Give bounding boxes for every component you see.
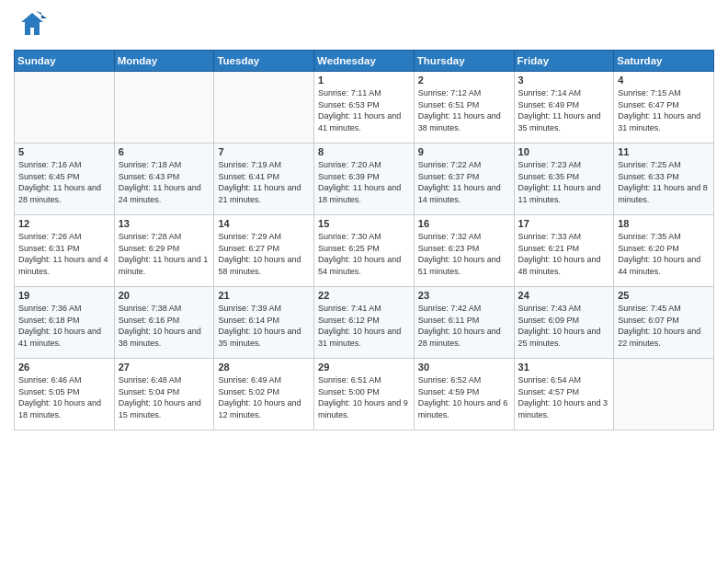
day-number: 28 xyxy=(218,362,310,373)
calendar-cell: 29Sunrise: 6:51 AM Sunset: 5:00 PM Dayli… xyxy=(314,359,415,431)
day-number: 15 xyxy=(318,218,410,229)
day-number: 20 xyxy=(119,290,210,301)
calendar-cell: 28Sunrise: 6:49 AM Sunset: 5:02 PM Dayli… xyxy=(214,359,314,431)
day-number: 24 xyxy=(518,290,610,301)
day-info: Sunrise: 7:43 AM Sunset: 6:09 PM Dayligh… xyxy=(518,303,610,349)
calendar-cell: 20Sunrise: 7:38 AM Sunset: 6:16 PM Dayli… xyxy=(114,287,214,359)
calendar-week-row: 5Sunrise: 7:16 AM Sunset: 6:45 PM Daylig… xyxy=(15,144,714,215)
calendar-cell: 4Sunrise: 7:15 AM Sunset: 6:47 PM Daylig… xyxy=(614,72,714,144)
day-info: Sunrise: 7:26 AM Sunset: 6:31 PM Dayligh… xyxy=(18,231,110,277)
day-info: Sunrise: 7:11 AM Sunset: 6:53 PM Dayligh… xyxy=(318,87,410,133)
day-info: Sunrise: 7:29 AM Sunset: 6:27 PM Dayligh… xyxy=(218,231,310,277)
svg-marker-0 xyxy=(21,13,43,35)
day-info: Sunrise: 7:25 AM Sunset: 6:33 PM Dayligh… xyxy=(618,159,710,205)
day-number: 31 xyxy=(518,362,610,373)
day-of-week-header: Friday xyxy=(514,51,614,72)
day-info: Sunrise: 7:41 AM Sunset: 6:12 PM Dayligh… xyxy=(318,303,410,349)
day-number: 25 xyxy=(618,290,710,301)
day-number: 6 xyxy=(119,146,210,157)
calendar-cell: 7Sunrise: 7:19 AM Sunset: 6:41 PM Daylig… xyxy=(214,144,314,215)
day-of-week-header: Monday xyxy=(114,51,214,72)
day-info: Sunrise: 7:20 AM Sunset: 6:39 PM Dayligh… xyxy=(318,159,410,205)
day-number: 8 xyxy=(318,146,410,157)
day-info: Sunrise: 7:12 AM Sunset: 6:51 PM Dayligh… xyxy=(418,87,510,133)
calendar-cell: 12Sunrise: 7:26 AM Sunset: 6:31 PM Dayli… xyxy=(15,215,115,287)
day-info: Sunrise: 7:30 AM Sunset: 6:25 PM Dayligh… xyxy=(318,231,410,277)
calendar-cell: 11Sunrise: 7:25 AM Sunset: 6:33 PM Dayli… xyxy=(614,144,714,215)
calendar-cell: 9Sunrise: 7:22 AM Sunset: 6:37 PM Daylig… xyxy=(414,144,514,215)
calendar-cell: 26Sunrise: 6:46 AM Sunset: 5:05 PM Dayli… xyxy=(15,359,115,431)
day-number: 18 xyxy=(618,218,710,229)
day-of-week-header: Sunday xyxy=(15,51,115,72)
svg-marker-1 xyxy=(36,11,47,18)
day-info: Sunrise: 7:36 AM Sunset: 6:18 PM Dayligh… xyxy=(18,303,110,349)
logo xyxy=(14,9,51,42)
calendar-cell: 2Sunrise: 7:12 AM Sunset: 6:51 PM Daylig… xyxy=(414,72,514,144)
calendar-cell: 3Sunrise: 7:14 AM Sunset: 6:49 PM Daylig… xyxy=(514,72,614,144)
day-info: Sunrise: 7:28 AM Sunset: 6:29 PM Dayligh… xyxy=(119,231,210,277)
day-info: Sunrise: 7:42 AM Sunset: 6:11 PM Dayligh… xyxy=(418,303,510,349)
day-info: Sunrise: 6:52 AM Sunset: 4:59 PM Dayligh… xyxy=(418,374,510,420)
day-info: Sunrise: 6:49 AM Sunset: 5:02 PM Dayligh… xyxy=(218,374,310,420)
day-number: 22 xyxy=(318,290,410,301)
day-info: Sunrise: 6:51 AM Sunset: 5:00 PM Dayligh… xyxy=(318,374,410,420)
calendar-cell: 23Sunrise: 7:42 AM Sunset: 6:11 PM Dayli… xyxy=(414,287,514,359)
day-number: 7 xyxy=(218,146,310,157)
page: SundayMondayTuesdayWednesdayThursdayFrid… xyxy=(0,0,728,563)
day-info: Sunrise: 7:33 AM Sunset: 6:21 PM Dayligh… xyxy=(518,231,610,277)
day-of-week-header: Tuesday xyxy=(214,51,314,72)
calendar-cell: 1Sunrise: 7:11 AM Sunset: 6:53 PM Daylig… xyxy=(314,72,415,144)
day-info: Sunrise: 6:48 AM Sunset: 5:04 PM Dayligh… xyxy=(119,374,210,420)
day-number: 23 xyxy=(418,290,510,301)
day-number: 2 xyxy=(418,75,510,86)
calendar-cell xyxy=(114,72,214,144)
day-info: Sunrise: 7:23 AM Sunset: 6:35 PM Dayligh… xyxy=(518,159,610,205)
calendar-cell: 5Sunrise: 7:16 AM Sunset: 6:45 PM Daylig… xyxy=(15,144,115,215)
day-info: Sunrise: 7:35 AM Sunset: 6:20 PM Dayligh… xyxy=(618,231,710,277)
calendar-cell: 21Sunrise: 7:39 AM Sunset: 6:14 PM Dayli… xyxy=(214,287,314,359)
calendar-cell: 31Sunrise: 6:54 AM Sunset: 4:57 PM Dayli… xyxy=(514,359,614,431)
calendar-header-row: SundayMondayTuesdayWednesdayThursdayFrid… xyxy=(15,51,714,72)
logo-icon xyxy=(14,9,47,42)
calendar-cell: 10Sunrise: 7:23 AM Sunset: 6:35 PM Dayli… xyxy=(514,144,614,215)
calendar-week-row: 19Sunrise: 7:36 AM Sunset: 6:18 PM Dayli… xyxy=(15,287,714,359)
day-number: 11 xyxy=(618,146,710,157)
day-of-week-header: Wednesday xyxy=(314,51,415,72)
day-info: Sunrise: 7:45 AM Sunset: 6:07 PM Dayligh… xyxy=(618,303,710,349)
day-number: 9 xyxy=(418,146,510,157)
day-info: Sunrise: 6:54 AM Sunset: 4:57 PM Dayligh… xyxy=(518,374,610,420)
day-number: 5 xyxy=(18,146,110,157)
day-info: Sunrise: 7:22 AM Sunset: 6:37 PM Dayligh… xyxy=(418,159,510,205)
day-info: Sunrise: 7:18 AM Sunset: 6:43 PM Dayligh… xyxy=(119,159,210,205)
day-number: 3 xyxy=(518,75,610,86)
day-info: Sunrise: 7:39 AM Sunset: 6:14 PM Dayligh… xyxy=(218,303,310,349)
day-number: 14 xyxy=(218,218,310,229)
calendar-cell: 18Sunrise: 7:35 AM Sunset: 6:20 PM Dayli… xyxy=(614,215,714,287)
calendar-cell xyxy=(15,72,115,144)
calendar-cell: 16Sunrise: 7:32 AM Sunset: 6:23 PM Dayli… xyxy=(414,215,514,287)
calendar-cell: 15Sunrise: 7:30 AM Sunset: 6:25 PM Dayli… xyxy=(314,215,415,287)
day-number: 1 xyxy=(318,75,410,86)
day-info: Sunrise: 7:16 AM Sunset: 6:45 PM Dayligh… xyxy=(18,159,110,205)
calendar-cell xyxy=(214,72,314,144)
day-number: 19 xyxy=(18,290,110,301)
day-info: Sunrise: 7:38 AM Sunset: 6:16 PM Dayligh… xyxy=(119,303,210,349)
day-number: 12 xyxy=(18,218,110,229)
calendar-cell: 13Sunrise: 7:28 AM Sunset: 6:29 PM Dayli… xyxy=(114,215,214,287)
calendar-cell xyxy=(614,359,714,431)
day-number: 30 xyxy=(418,362,510,373)
day-number: 26 xyxy=(18,362,110,373)
calendar-week-row: 1Sunrise: 7:11 AM Sunset: 6:53 PM Daylig… xyxy=(15,72,714,144)
calendar-cell: 8Sunrise: 7:20 AM Sunset: 6:39 PM Daylig… xyxy=(314,144,415,215)
calendar: SundayMondayTuesdayWednesdayThursdayFrid… xyxy=(14,50,714,431)
calendar-cell: 6Sunrise: 7:18 AM Sunset: 6:43 PM Daylig… xyxy=(114,144,214,215)
header xyxy=(14,9,714,42)
day-info: Sunrise: 7:14 AM Sunset: 6:49 PM Dayligh… xyxy=(518,87,610,133)
calendar-cell: 27Sunrise: 6:48 AM Sunset: 5:04 PM Dayli… xyxy=(114,359,214,431)
day-number: 27 xyxy=(119,362,210,373)
day-info: Sunrise: 7:15 AM Sunset: 6:47 PM Dayligh… xyxy=(618,87,710,133)
day-info: Sunrise: 7:32 AM Sunset: 6:23 PM Dayligh… xyxy=(418,231,510,277)
day-number: 21 xyxy=(218,290,310,301)
day-info: Sunrise: 7:19 AM Sunset: 6:41 PM Dayligh… xyxy=(218,159,310,205)
day-of-week-header: Saturday xyxy=(614,51,714,72)
